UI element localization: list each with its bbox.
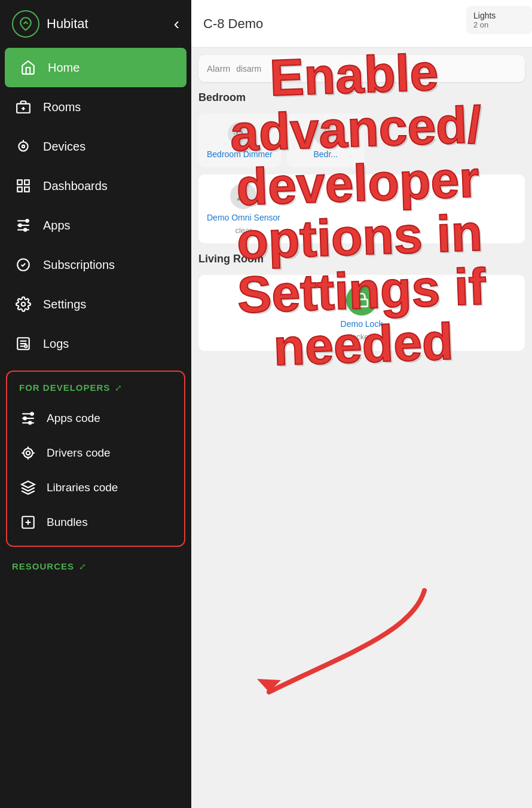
omni-sensor-card[interactable]: Demo Omni Sensor clear [198,175,525,243]
svg-point-39 [323,131,328,136]
resources-expand-icon: ⤢ [79,562,86,571]
nav-label-rooms: Rooms [43,100,81,114]
svg-point-29 [23,448,32,457]
omni-sensor-name: Demo Omni Sensor [207,213,280,222]
back-button[interactable]: ‹ [174,14,179,33]
dev-item-apps-code[interactable]: Apps code [7,401,184,436]
bedroom-device2-icon [314,122,338,146]
dev-label-libraries-code: Libraries code [47,481,118,494]
dev-item-libraries-code[interactable]: Libraries code [7,470,184,505]
omni-sensor-icon [230,183,256,209]
svg-point-4 [22,145,25,148]
rooms-icon [14,98,32,116]
svg-point-32 [237,131,242,136]
omni-sensor-content: Demo Omni Sensor clear [207,183,280,235]
alarm-mode: disarm [236,64,261,74]
dev-label-bundles: Bundles [47,516,88,529]
sidebar-header: Hubitat ‹ [0,0,191,48]
bedroom-devices-row: Bedroom Dimmer Bedr... [198,114,525,167]
svg-point-28 [29,421,31,424]
logs-icon [14,335,32,353]
main-header: C-8 Demo Lights 2 on [191,0,532,48]
dev-label-drivers-code: Drivers code [47,446,111,460]
alarm-card: Alarm disarm [198,55,525,82]
svg-marker-41 [238,191,249,200]
svg-rect-9 [25,187,29,192]
svg-point-17 [22,302,26,307]
sidebar-item-apps[interactable]: Apps [0,206,191,245]
svg-point-3 [19,142,27,151]
dev-label-apps-code: Apps code [47,412,100,425]
main-content: C-8 Demo Lights 2 on Alarm disarm Bedroo… [191,0,532,808]
nav-label-home: Home [48,61,80,75]
devices-icon [14,137,32,155]
svg-point-30 [26,451,30,455]
svg-rect-7 [25,180,29,185]
content-area: Alarm disarm Bedroom Bedroom Dimmer Bedr… [191,48,532,358]
bedroom-dimmer-name: Bedroom Dimmer [207,149,273,159]
drivers-code-icon [19,444,37,462]
sidebar-item-dashboards[interactable]: Dashboards [0,166,191,206]
nav-label-logs: Logs [43,337,69,351]
demo-lock-card[interactable]: Demo Lock locked [198,275,525,351]
omni-sensor-status: clear [235,226,252,235]
dimmer-icon [228,122,252,146]
bedroom-device2-card[interactable]: Bedr... [287,114,365,167]
lights-badge: Lights 2 on [466,6,532,34]
arrow-overlay [221,584,430,718]
sidebar-item-home[interactable]: Home [5,48,186,87]
developer-section: FOR DEVELOPERS ⤢ Apps code Drivers code … [6,371,185,547]
app-title: Hubitat [47,16,88,32]
lock-device-status: locked [350,332,373,341]
sidebar-logo: Hubitat [12,10,88,38]
expand-icon: ⤢ [115,383,122,393]
developer-section-header: FOR DEVELOPERS ⤢ [7,378,184,401]
sidebar-item-logs[interactable]: Logs [0,324,191,363]
lock-device-name: Demo Lock [341,319,383,329]
svg-rect-42 [356,299,368,307]
page-title: C-8 Demo [203,16,263,32]
nav-label-dashboards: Dashboards [43,179,108,193]
resources-title: RESOURCES [12,561,74,571]
nav-label-devices: Devices [43,140,85,154]
svg-line-36 [243,137,244,138]
svg-point-15 [24,228,26,231]
svg-point-14 [19,224,21,227]
svg-marker-43 [257,679,281,692]
dashboards-icon [14,177,32,195]
home-icon [19,59,37,76]
svg-point-27 [23,417,26,420]
alarm-status: Alarm [207,63,230,74]
sidebar-item-subscriptions[interactable]: Subscriptions [0,245,191,284]
apps-code-icon [19,409,37,427]
svg-point-13 [26,219,28,222]
sidebar-item-rooms[interactable]: Rooms [0,87,191,127]
apps-icon [14,216,32,234]
nav-label-settings: Settings [43,298,86,311]
developer-section-title: FOR DEVELOPERS [19,382,110,393]
nav-label-subscriptions: Subscriptions [43,258,115,272]
svg-rect-6 [17,180,22,185]
living-room-section-title: Living Room [198,250,525,268]
lights-badge-title: Lights [473,11,525,20]
lights-badge-count: 2 on [473,20,525,29]
svg-point-26 [30,412,33,415]
nav-label-apps: Apps [43,219,71,232]
bedroom-device2-name: Bedr... [313,149,337,159]
bedroom-dimmer-card[interactable]: Bedroom Dimmer [198,114,281,167]
lock-icon [346,284,377,316]
resources-section-header: RESOURCES ⤢ [0,554,191,579]
hubitat-logo-icon [12,10,39,38]
sidebar: Hubitat ‹ Home Rooms Devices Dashboards … [0,0,191,808]
sidebar-item-devices[interactable]: Devices [0,127,191,166]
bedroom-section-title: Bedroom [198,89,525,106]
svg-point-22 [25,345,27,347]
settings-icon [14,295,32,313]
svg-line-35 [236,130,236,130]
sidebar-item-settings[interactable]: Settings [0,284,191,324]
dev-item-drivers-code[interactable]: Drivers code [7,436,184,470]
bundles-icon [19,513,37,531]
svg-rect-8 [17,187,22,192]
libraries-code-icon [19,479,37,497]
dev-item-bundles[interactable]: Bundles [7,505,184,540]
